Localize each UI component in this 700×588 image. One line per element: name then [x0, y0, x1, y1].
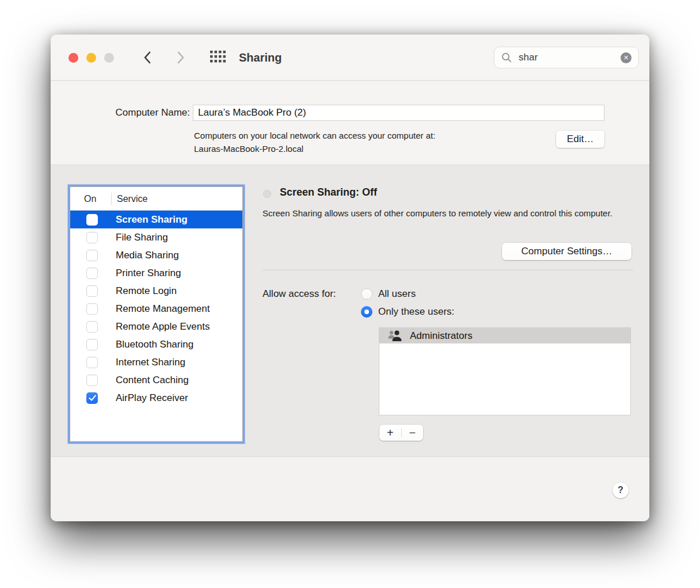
radio-row-only-these-users[interactable]: Only these users: — [361, 305, 454, 319]
column-header-on: On — [84, 187, 96, 211]
title-bar: Sharing ✕ — [51, 35, 649, 81]
local-network-note: Computers on your local network can acce… — [194, 129, 435, 155]
access-note-line: Computers on your local network can acce… — [194, 129, 435, 142]
service-row-bluetooth-sharing[interactable]: Bluetooth Sharing — [70, 335, 242, 353]
forward-button[interactable] — [174, 51, 188, 64]
window-title: Sharing — [239, 35, 281, 81]
sharing-preferences-window: Sharing ✕ Computer Name: Computers on yo… — [51, 35, 649, 521]
user-row-administrators[interactable]: Administrators — [379, 328, 630, 343]
service-checkbox[interactable] — [86, 214, 98, 226]
services-list[interactable]: On Service Screen Sharing File Sharing M… — [70, 186, 243, 442]
only-these-users-label: Only these users: — [378, 306, 454, 318]
service-row-screen-sharing[interactable]: Screen Sharing — [70, 211, 242, 228]
status-indicator-icon — [263, 190, 271, 198]
services-list-header: On Service — [70, 187, 242, 211]
computer-settings-button[interactable]: Computer Settings… — [502, 243, 631, 260]
help-button[interactable]: ? — [612, 482, 629, 498]
service-row-remote-login[interactable]: Remote Login — [70, 282, 242, 300]
edit-button[interactable]: Edit… — [556, 131, 604, 148]
service-checkbox[interactable] — [86, 357, 98, 368]
all-users-label: All users — [378, 288, 416, 300]
service-label: Remote Apple Events — [116, 321, 210, 333]
service-label: Printer Sharing — [116, 268, 181, 279]
service-row-internet-sharing[interactable]: Internet Sharing — [70, 353, 242, 371]
allowed-users-list[interactable]: Administrators — [379, 327, 631, 415]
chevron-right-icon — [177, 51, 185, 64]
column-header-service: Service — [117, 187, 147, 211]
chevron-left-icon — [143, 51, 151, 64]
clear-search-icon[interactable]: ✕ — [621, 52, 631, 63]
section-divider — [262, 270, 633, 270]
service-label: Content Caching — [116, 375, 189, 386]
add-user-button[interactable]: + — [379, 425, 401, 441]
service-checkbox[interactable] — [86, 321, 98, 333]
service-label: Remote Login — [116, 285, 177, 297]
service-checkbox[interactable] — [86, 285, 98, 297]
service-checkbox[interactable] — [86, 232, 98, 243]
service-label: Bluetooth Sharing — [116, 339, 193, 350]
hostname-line: Lauras-MacBook-Pro-2.local — [194, 142, 435, 155]
service-checkbox[interactable] — [86, 339, 98, 350]
service-row-remote-management[interactable]: Remote Management — [70, 300, 242, 318]
minimize-window-button[interactable] — [86, 53, 96, 63]
service-row-remote-apple-events[interactable]: Remote Apple Events — [70, 318, 242, 335]
service-row-content-caching[interactable]: Content Caching — [70, 371, 242, 389]
service-label: Screen Sharing — [116, 214, 188, 226]
user-name: Administrators — [410, 330, 473, 342]
user-group-icon — [387, 330, 403, 342]
computer-name-field[interactable] — [193, 105, 604, 121]
main-section: On Service Screen Sharing File Sharing M… — [51, 165, 649, 456]
search-icon — [501, 52, 512, 63]
radio-row-all-users[interactable]: All users — [361, 287, 416, 301]
search-input[interactable] — [518, 51, 621, 64]
service-checkbox-checked[interactable] — [86, 392, 98, 404]
close-window-button[interactable] — [69, 53, 78, 63]
grid-icon — [210, 51, 226, 63]
back-button[interactable] — [140, 51, 154, 64]
service-label: AirPlay Receiver — [116, 392, 188, 404]
computer-name-section: Computer Name: Computers on your local n… — [51, 81, 649, 165]
service-row-file-sharing[interactable]: File Sharing — [70, 228, 242, 246]
column-divider — [111, 193, 112, 205]
service-label: Internet Sharing — [116, 357, 185, 368]
screen-sharing-description: Screen Sharing allows users of other com… — [262, 207, 637, 220]
zoom-window-button — [104, 53, 114, 63]
service-checkbox[interactable] — [86, 303, 98, 315]
service-checkbox[interactable] — [86, 375, 98, 386]
search-field[interactable]: ✕ — [494, 47, 639, 68]
service-row-media-sharing[interactable]: Media Sharing — [70, 246, 242, 264]
add-remove-control: + − — [379, 425, 423, 441]
service-row-printer-sharing[interactable]: Printer Sharing — [70, 264, 242, 282]
allow-access-label: Allow access for: — [262, 287, 336, 301]
show-all-preferences-button[interactable] — [210, 51, 226, 66]
all-users-radio[interactable] — [361, 288, 372, 300]
service-label: Remote Management — [116, 303, 210, 315]
remove-user-button[interactable]: − — [402, 425, 424, 441]
service-row-airplay-receiver[interactable]: AirPlay Receiver — [70, 389, 242, 407]
computer-name-label: Computer Name: — [51, 105, 190, 121]
service-checkbox[interactable] — [86, 268, 98, 279]
service-checkbox[interactable] — [86, 250, 98, 261]
service-label: Media Sharing — [116, 250, 179, 261]
only-these-users-radio[interactable] — [361, 306, 372, 318]
screen-sharing-status-title: Screen Sharing: Off — [280, 186, 377, 198]
footer: ? — [51, 456, 649, 521]
service-label: File Sharing — [116, 232, 168, 243]
